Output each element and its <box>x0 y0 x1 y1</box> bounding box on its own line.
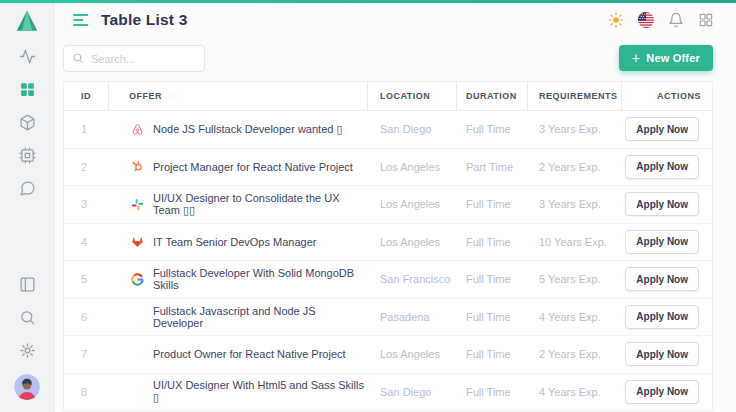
apply-now-button[interactable]: Apply Now <box>625 380 699 404</box>
offer-title: IT Team Senior DevOps Manager <box>153 236 316 248</box>
plus-icon: + <box>632 51 640 65</box>
column-header-id: ID <box>64 82 109 110</box>
offer-title: Project Manager for React Native Project <box>153 161 353 173</box>
row-id: 4 <box>64 236 109 248</box>
triangle-logo[interactable] <box>14 8 40 34</box>
page-title: Table List 3 <box>101 11 188 29</box>
row-requirements: 4 Years Exp. <box>528 386 622 398</box>
brand-icon <box>129 384 145 400</box>
row-requirements: 4 Years Exp. <box>528 311 622 323</box>
row-location: Los Angeles <box>368 236 457 248</box>
bell-icon[interactable] <box>667 12 684 29</box>
row-offer: IT Team Senior DevOps Manager <box>109 234 368 250</box>
gitlab-icon <box>129 234 145 250</box>
row-requirements: 3 Years Exp. <box>528 123 622 135</box>
offer-title: UI/UX Designer With Html5 and Sass Skill… <box>153 379 368 404</box>
hubspot-icon <box>129 159 145 175</box>
column-header-actions: ACTIONS <box>622 82 712 110</box>
row-duration: Part Time <box>457 161 528 173</box>
toolbar: + New Offer <box>56 37 736 72</box>
brand-icon <box>129 309 145 325</box>
table-row: 5 Fullstack Developer With Solid MongoDB… <box>64 261 712 299</box>
row-location: Los Angeles <box>368 348 457 360</box>
apply-now-button[interactable]: Apply Now <box>625 342 699 366</box>
search-icon <box>72 52 84 64</box>
table-body: 1 Node JS Fullstack Developer wanted ▯ S… <box>64 111 712 411</box>
row-id: 8 <box>64 386 109 398</box>
apply-now-button[interactable]: Apply Now <box>625 155 699 179</box>
search-icon[interactable] <box>18 308 36 326</box>
table-row: 3 UI/UX Designer to Consolidate the UX T… <box>64 186 712 224</box>
airbnb-icon <box>129 121 145 137</box>
gear-icon[interactable] <box>18 341 36 359</box>
cpu-icon[interactable] <box>18 146 36 164</box>
row-duration: Full Time <box>457 123 528 135</box>
layout-icon[interactable] <box>18 275 36 293</box>
offers-table: ID OFFER LOCATION DURATION REQUIREMENTS … <box>63 81 713 411</box>
row-offer: Fullstack Developer With Solid MongoDB S… <box>109 267 368 291</box>
table-row: 7 Product Owner for React Native Project… <box>64 336 712 374</box>
row-id: 2 <box>64 161 109 173</box>
sun-icon[interactable] <box>607 12 624 29</box>
offer-title: Product Owner for React Native Project <box>153 348 346 360</box>
offer-title: Node JS Fullstack Developer wanted ▯ <box>153 123 342 136</box>
apply-now-button[interactable]: Apply Now <box>625 192 699 216</box>
row-offer: UI/UX Designer to Consolidate the UX Tea… <box>109 192 368 217</box>
activity-icon[interactable] <box>18 47 36 65</box>
row-duration: Full Time <box>457 236 528 248</box>
row-duration: Full Time <box>457 386 528 398</box>
grid-icon[interactable] <box>697 12 714 29</box>
row-offer: UI/UX Designer With Html5 and Sass Skill… <box>109 379 368 404</box>
table-header: ID OFFER LOCATION DURATION REQUIREMENTS … <box>64 82 712 111</box>
apply-now-button[interactable]: Apply Now <box>625 305 699 329</box>
row-requirements: 2 Years Exp. <box>528 161 622 173</box>
row-duration: Full Time <box>457 311 528 323</box>
google-icon <box>129 271 145 287</box>
apply-now-button[interactable]: Apply Now <box>625 117 699 141</box>
offer-title: UI/UX Designer to Consolidate the UX Tea… <box>153 192 368 217</box>
row-id: 5 <box>64 273 109 285</box>
user-avatar[interactable] <box>14 374 40 400</box>
main-content: Table List 3 + New Offer ID <box>56 3 736 412</box>
table-row: 8 UI/UX Designer With Html5 and Sass Ski… <box>64 374 712 412</box>
apply-now-button[interactable]: Apply Now <box>625 267 699 291</box>
row-offer: Project Manager for React Native Project <box>109 159 368 175</box>
row-requirements: 2 Years Exp. <box>528 348 622 360</box>
search-input[interactable] <box>63 45 205 72</box>
row-requirements: 5 Years Exp. <box>528 273 622 285</box>
row-location: San Diego <box>368 386 457 398</box>
row-location: Pasadena <box>368 311 457 323</box>
cube-icon[interactable] <box>18 113 36 131</box>
us-flag-icon[interactable] <box>637 12 654 29</box>
column-header-location: LOCATION <box>368 82 457 110</box>
table-row: 4 IT Team Senior DevOps Manager Los Ange… <box>64 224 712 262</box>
table-row: 1 Node JS Fullstack Developer wanted ▯ S… <box>64 111 712 149</box>
sidebar-nav <box>18 47 36 197</box>
offer-title: Fullstack Developer With Solid MongoDB S… <box>153 267 368 291</box>
apply-now-button[interactable]: Apply Now <box>625 230 699 254</box>
new-offer-label: New Offer <box>646 52 700 64</box>
column-header-duration: DURATION <box>457 82 528 110</box>
row-location: Los Angeles <box>368 161 457 173</box>
row-id: 6 <box>64 311 109 323</box>
row-id: 7 <box>64 348 109 360</box>
row-offer: Node JS Fullstack Developer wanted ▯ <box>109 121 368 137</box>
table-row: 2 Project Manager for React Native Proje… <box>64 149 712 187</box>
sidebar <box>0 3 55 412</box>
header-icons <box>607 12 714 29</box>
new-offer-button[interactable]: + New Offer <box>619 45 713 71</box>
row-offer: Fullstack Javascript and Node JS Develop… <box>109 305 368 329</box>
row-location: San Francisco <box>368 273 457 285</box>
top-accent-bar <box>0 0 736 3</box>
grid-icon[interactable] <box>18 80 36 98</box>
slack-icon <box>129 196 145 212</box>
chat-icon[interactable] <box>18 179 36 197</box>
column-header-requirements: REQUIREMENTS <box>528 82 622 110</box>
row-id: 1 <box>64 123 109 135</box>
menu-icon[interactable] <box>72 11 90 29</box>
page-header: Table List 3 <box>56 3 736 37</box>
row-duration: Full Time <box>457 198 528 210</box>
offer-title: Fullstack Javascript and Node JS Develop… <box>153 305 368 329</box>
brand-icon <box>129 346 145 362</box>
row-location: Los Angeles <box>368 198 457 210</box>
